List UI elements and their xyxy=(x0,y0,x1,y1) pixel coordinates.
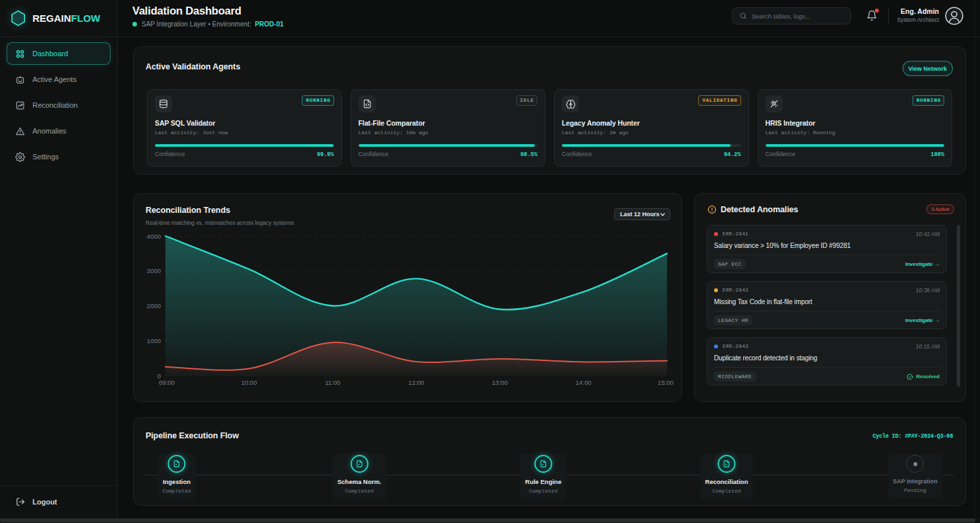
svg-text:12:00: 12:00 xyxy=(408,379,424,386)
svg-text:11:00: 11:00 xyxy=(325,379,340,386)
svg-text:15:00: 15:00 xyxy=(658,379,674,386)
svg-text:10:00: 10:00 xyxy=(241,379,257,386)
svg-text:2000: 2000 xyxy=(147,302,161,309)
svg-text:0: 0 xyxy=(157,372,161,380)
svg-text:4000: 4000 xyxy=(147,233,161,240)
svg-text:09:00: 09:00 xyxy=(159,379,175,386)
svg-text:13:00: 13:00 xyxy=(492,379,508,386)
svg-text:14:00: 14:00 xyxy=(576,379,592,386)
svg-text:3000: 3000 xyxy=(147,267,161,274)
svg-text:1000: 1000 xyxy=(147,337,161,344)
